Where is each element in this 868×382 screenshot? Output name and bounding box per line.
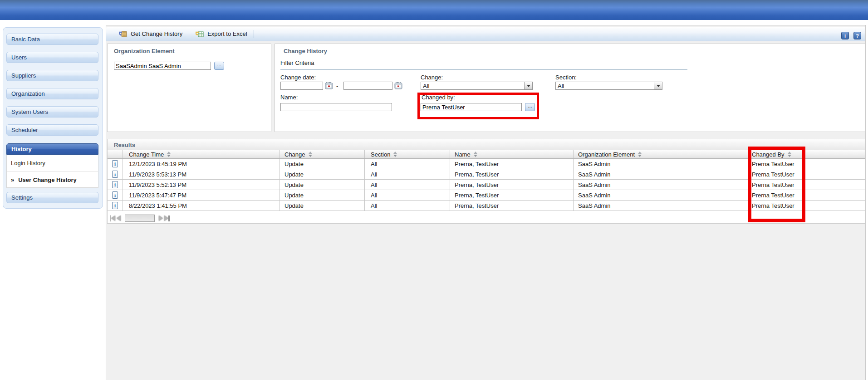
- calendar-icon[interactable]: [394, 82, 402, 89]
- toolbar-separator: [189, 30, 189, 38]
- row-cell-change: Update: [280, 180, 365, 190]
- row-cell-change-time: 11/9/2023 5:53:13 PM: [123, 169, 280, 179]
- row-cell-name: Prerna, TestUser: [450, 159, 574, 169]
- row-cell-section: All: [365, 201, 450, 211]
- page-number-input[interactable]: [125, 215, 155, 222]
- section-select[interactable]: All: [555, 82, 662, 90]
- history-submenu: Login History » User Change History: [6, 155, 98, 188]
- row-cell-changed-by: Prerna TestUser: [749, 201, 806, 211]
- first-page-button[interactable]: [110, 215, 115, 221]
- table-row: i 11/9/2023 5:52:13 PM Update All Prerna…: [108, 180, 865, 190]
- header-cell-change-time: Change Time: [123, 150, 280, 158]
- row-info-icon[interactable]: i: [112, 160, 118, 167]
- row-info-icon[interactable]: i: [112, 202, 118, 209]
- change-date-from-input[interactable]: [280, 82, 323, 90]
- row-cell-change-time: 11/9/2023 5:47:47 PM: [123, 190, 280, 200]
- row-cell-icon: i: [108, 180, 123, 190]
- row-cell-name: Prerna, TestUser: [450, 180, 574, 190]
- organization-element-input[interactable]: [114, 62, 211, 70]
- last-page-button[interactable]: [164, 215, 170, 221]
- row-cell-icon: i: [108, 190, 123, 200]
- row-cell-filler: [806, 190, 865, 200]
- row-cell-changed-by: Prerna TestUser: [749, 180, 806, 190]
- row-info-icon[interactable]: i: [112, 171, 118, 178]
- sidebar-item-organization[interactable]: Organization: [6, 88, 98, 99]
- sort-icon: [474, 152, 477, 157]
- changed-by-input[interactable]: [421, 103, 522, 111]
- results-panel: Results Change Time Change: [107, 139, 865, 224]
- row-cell-changed-by: Prerna TestUser: [749, 159, 806, 169]
- sort-section[interactable]: Section: [371, 151, 397, 158]
- results-title: Results: [114, 142, 135, 148]
- get-change-history-icon: [119, 30, 127, 37]
- calendar-icon[interactable]: [325, 82, 333, 89]
- row-cell-icon: i: [108, 201, 123, 211]
- row-info-icon[interactable]: i: [112, 191, 118, 199]
- top-banner: [0, 0, 868, 20]
- sort-change[interactable]: Change: [284, 151, 312, 158]
- toolbar-separator: [254, 30, 254, 38]
- row-cell-section: All: [365, 190, 450, 200]
- row-cell-organization-element: SaaS Admin: [574, 190, 749, 200]
- next-page-button[interactable]: [159, 215, 163, 221]
- sidebar-item-scheduler[interactable]: Scheduler: [6, 124, 98, 136]
- change-select-value: All: [421, 82, 524, 89]
- chevron-down-icon: [524, 82, 532, 89]
- row-cell-change: Update: [280, 159, 365, 169]
- get-change-history-button[interactable]: Get Change History: [115, 29, 186, 39]
- chevron-down-icon: [654, 82, 662, 89]
- change-history-title: Change History: [284, 48, 327, 54]
- pagination: [110, 213, 170, 223]
- change-history-panel: Change History Filter Criteria Change da…: [275, 44, 865, 132]
- name-label: Name:: [280, 94, 298, 101]
- organization-browse-button[interactable]: ...: [214, 62, 224, 70]
- change-select[interactable]: All: [421, 82, 533, 90]
- results-table-header: Change Time Change Section: [108, 150, 865, 159]
- info-icon[interactable]: i: [841, 32, 849, 39]
- sort-change-time[interactable]: Change Time: [129, 151, 171, 158]
- row-cell-changed-by: Prerna TestUser: [749, 169, 806, 179]
- row-cell-filler: [806, 159, 865, 169]
- filter-criteria-divider: [280, 69, 687, 70]
- change-date-to-input[interactable]: [343, 82, 392, 90]
- previous-page-button[interactable]: [117, 215, 121, 221]
- sort-changed-by[interactable]: Changed By: [752, 151, 791, 158]
- header-cell-filler: [806, 150, 865, 158]
- results-titlebar: Results: [108, 139, 865, 150]
- row-info-icon[interactable]: i: [112, 181, 118, 188]
- sort-icon: [638, 152, 642, 157]
- changed-by-browse-button[interactable]: ...: [525, 103, 535, 111]
- row-cell-change-time: 12/1/2023 8:45:19 PM: [123, 159, 280, 169]
- header-cell-change: Change: [280, 150, 365, 158]
- sidebar-item-settings[interactable]: Settings: [6, 192, 98, 203]
- toolbar: Get Change History Export to Excel: [106, 27, 865, 41]
- row-cell-filler: [806, 201, 865, 211]
- sort-organization-element[interactable]: Organization Element: [578, 151, 642, 158]
- results-table: Change Time Change Section: [108, 150, 865, 211]
- active-item-chevrons-icon: »: [11, 176, 14, 183]
- change-date-label: Change date:: [280, 74, 316, 81]
- row-cell-organization-element: SaaS Admin: [574, 201, 749, 211]
- submenu-item-login-history[interactable]: Login History: [7, 155, 98, 171]
- help-icon[interactable]: ?: [853, 32, 861, 39]
- export-to-excel-button[interactable]: Export to Excel: [192, 29, 250, 39]
- row-cell-name: Prerna, TestUser: [450, 169, 574, 179]
- row-cell-change: Update: [280, 201, 365, 211]
- submenu-label: User Change History: [18, 176, 77, 183]
- sort-name[interactable]: Name: [455, 151, 477, 158]
- column-label: Change Time: [129, 151, 164, 158]
- change-label: Change:: [421, 74, 443, 81]
- export-to-excel-icon: [196, 30, 204, 37]
- row-cell-change-time: 8/22/2023 1:41:55 PM: [123, 201, 280, 211]
- header-cell-organization-element: Organization Element: [574, 150, 749, 158]
- row-cell-name: Prerna, TestUser: [450, 190, 574, 200]
- sidebar-item-users[interactable]: Users: [6, 52, 98, 63]
- sidebar-item-basic-data[interactable]: Basic Data: [6, 34, 98, 45]
- table-row: i 8/22/2023 1:41:55 PM Update All Prerna…: [108, 201, 865, 211]
- sidebar-item-system-users[interactable]: System Users: [6, 106, 98, 118]
- sidebar-item-history[interactable]: History: [6, 143, 98, 155]
- name-input[interactable]: [280, 103, 392, 111]
- column-label: Changed By: [752, 151, 785, 158]
- sidebar-item-suppliers[interactable]: Suppliers: [6, 70, 98, 81]
- submenu-item-user-change-history[interactable]: » User Change History: [7, 171, 98, 188]
